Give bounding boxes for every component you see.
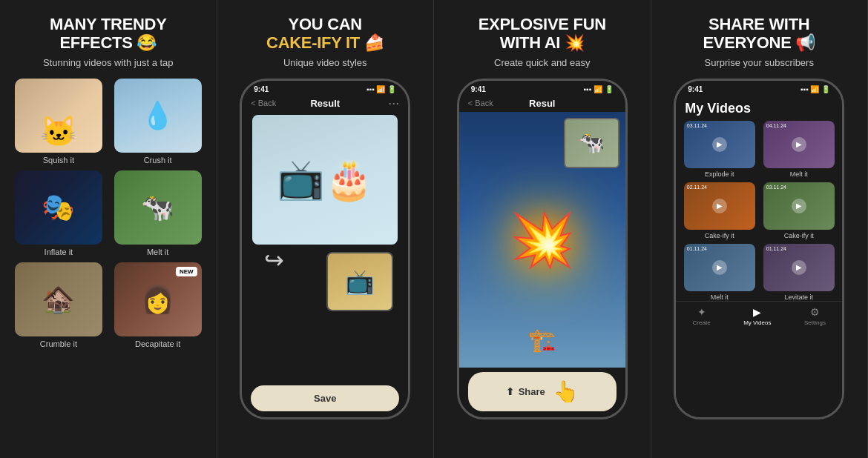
video-thumb-1: 04.11.24 ▶	[763, 121, 835, 168]
status-bar-4: 9:41 ▪▪▪ 📶 🔋	[676, 81, 842, 95]
video-date-1: 04.11.24	[766, 123, 786, 128]
cake-arrow: ↪	[264, 246, 284, 274]
hand-cursor-icon: 👆	[553, 379, 579, 404]
effect-inflate-thumb	[15, 170, 102, 245]
video-cell-2[interactable]: 02.11.24 ▶ Cake-ify it	[682, 182, 757, 239]
settings-icon: ⚙	[810, 306, 820, 318]
effect-decapitate-thumb: NEW	[114, 262, 202, 336]
play-btn-4[interactable]: ▶	[712, 260, 727, 275]
effect-decapitate-label: Decapitate it	[135, 339, 180, 348]
panel2-subtitle: Unique video styles	[283, 57, 367, 68]
tab-settings-label: Settings	[804, 319, 826, 326]
tab-create[interactable]: ✦ Create	[693, 306, 711, 326]
play-btn-2[interactable]: ▶	[712, 199, 727, 213]
phone-mockup-4: 9:41 ▪▪▪ 📶 🔋 My Videos 03.11.24 ▶ Explod…	[674, 79, 844, 419]
status-bar-3: 9:41 ▪▪▪ 📶 🔋	[459, 81, 625, 95]
video-cell-4[interactable]: 01.11.24 ▶ Melt it	[682, 244, 757, 301]
video-thumb-3: 03.11.24 ▶	[763, 182, 835, 230]
video-cell-1[interactable]: 04.11.24 ▶ Melt it	[761, 121, 836, 178]
panel4-title: SHARE WITHEVERYONE 📢	[703, 15, 815, 53]
video-thumb-0: 03.11.24 ▶	[684, 121, 755, 168]
cake-main-image: 📺🎂	[252, 115, 398, 245]
effect-melt[interactable]: Melt it	[111, 170, 205, 256]
status-bar-2: 9:41 ▪▪▪ 📶 🔋	[242, 81, 408, 95]
back-button-3[interactable]: < Back	[468, 99, 493, 107]
phone-screen-4: 9:41 ▪▪▪ 📶 🔋 My Videos 03.11.24 ▶ Explod…	[676, 81, 842, 417]
signals-2: ▪▪▪ 📶 🔋	[366, 85, 396, 93]
signals-3: ▪▪▪ 📶 🔋	[584, 85, 614, 93]
effect-squish[interactable]: Squish it	[12, 79, 105, 165]
panel1-emoji: 😂	[137, 33, 157, 52]
play-btn-5[interactable]: ▶	[792, 260, 806, 275]
time-4: 9:41	[688, 85, 703, 93]
play-btn-3[interactable]: ▶	[792, 199, 806, 213]
effect-crumble[interactable]: Crumble it	[12, 262, 105, 348]
more-button-2[interactable]: ···	[388, 96, 399, 111]
effect-crush[interactable]: Crush it	[111, 79, 205, 165]
panel4-subtitle: Surprise your subscribers	[705, 57, 814, 68]
video-date-2: 02.11.24	[687, 185, 707, 190]
video-date-5: 01.11.24	[766, 246, 786, 251]
effect-squish-thumb	[15, 79, 102, 153]
video-cell-3[interactable]: 03.11.24 ▶ Cake-ify it	[761, 182, 836, 239]
effect-crumble-label: Crumble it	[40, 339, 77, 348]
panel2-title: YOU CANCAKE-IFY IT 🍰	[266, 15, 384, 53]
structure-emoji: 🏗️	[528, 327, 556, 353]
phone-content-2: 📺🎂 ↪ 📺	[242, 112, 408, 381]
effect-squish-label: Squish it	[43, 156, 74, 165]
tab-my-videos[interactable]: ▶ My Videos	[743, 306, 771, 326]
video-date-0: 03.11.24	[687, 123, 707, 128]
video-label-0: Explode it	[705, 170, 734, 178]
video-label-2: Cake-ify it	[705, 232, 734, 239]
effects-grid: Squish it Crush it Inflate it Melt it Cr…	[12, 79, 205, 348]
effect-melt-label: Melt it	[147, 248, 168, 256]
video-label-3: Cake-ify it	[784, 232, 814, 239]
bottom-tabs: ✦ Create ▶ My Videos ⚙ Settings	[676, 301, 842, 329]
video-cell-5[interactable]: 01.11.24 ▶ Levitate it	[761, 244, 836, 301]
play-btn-0[interactable]: ▶	[712, 137, 727, 152]
video-label-5: Levitate it	[784, 293, 813, 301]
effect-decapitate[interactable]: NEW Decapitate it	[111, 262, 205, 348]
signals-4: ▪▪▪ 📶 🔋	[800, 85, 830, 93]
video-thumb-5: 01.11.24 ▶	[763, 244, 835, 291]
panel-cakeify: YOU CANCAKE-IFY IT 🍰 Unique video styles…	[217, 0, 435, 458]
back-button-2[interactable]: < Back	[251, 99, 276, 107]
tab-create-label: Create	[693, 319, 711, 326]
tab-settings[interactable]: ⚙ Settings	[804, 306, 826, 326]
video-date-4: 01.11.24	[687, 246, 707, 251]
time-3: 9:41	[471, 85, 486, 93]
my-videos-title: My Videos	[676, 95, 760, 121]
time-2: 9:41	[254, 85, 269, 93]
video-label-4: Melt it	[711, 293, 729, 301]
cake-small-image: 📺	[326, 252, 393, 311]
panel1-title: MANY TRENDYEFFECTS 😂	[50, 15, 167, 53]
tab-my-videos-label: My Videos	[743, 319, 771, 326]
video-date-3: 03.11.24	[766, 185, 786, 190]
panel3-subtitle: Create quick and easy	[494, 57, 590, 68]
video-thumb-2: 02.11.24 ▶	[684, 182, 755, 230]
phone-content-3: 🐄 💥 🏗️	[459, 112, 625, 368]
effect-inflate-label: Inflate it	[45, 248, 73, 256]
effect-melt-thumb	[114, 170, 202, 245]
effect-inflate[interactable]: Inflate it	[12, 170, 105, 256]
create-icon: ✦	[697, 306, 706, 318]
panel-explosive: EXPLOSIVE FUNWITH AI 💥 Create quick and …	[434, 0, 651, 458]
cow-overlay: 🐄	[564, 118, 619, 168]
phone-mockup-2: 9:41 ▪▪▪ 📶 🔋 < Back Result ··· 📺🎂 ↪ 📺	[240, 79, 410, 419]
video-cell-0[interactable]: 03.11.24 ▶ Explode it	[682, 121, 757, 178]
save-button-2[interactable]: Save	[251, 385, 399, 411]
panel-share: SHARE WITHEVERYONE 📢 Surprise your subsc…	[651, 0, 869, 458]
effect-crush-thumb	[114, 79, 202, 153]
effect-crush-label: Crush it	[144, 156, 172, 165]
phone-mockup-3: 9:41 ▪▪▪ 📶 🔋 < Back Resul 🐄 💥 🏗️ ⬆ Share	[457, 79, 628, 419]
share-icon-3: ⬆	[506, 386, 514, 397]
panel3-title: EXPLOSIVE FUNWITH AI 💥	[479, 15, 606, 53]
my-videos-icon: ▶	[753, 306, 761, 318]
play-btn-1[interactable]: ▶	[792, 137, 806, 152]
phone-nav-3: < Back Resul	[459, 95, 625, 112]
video-thumb-4: 01.11.24 ▶	[684, 244, 755, 291]
panel-trendy-effects: MANY TRENDYEFFECTS 😂 Stunning videos wit…	[0, 0, 217, 458]
videos-grid: 03.11.24 ▶ Explode it 04.11.24 ▶ Melt it…	[676, 121, 842, 301]
share-button-3[interactable]: ⬆ Share 👆	[468, 372, 617, 411]
phone-screen-3: 9:41 ▪▪▪ 📶 🔋 < Back Resul 🐄 💥 🏗️ ⬆ Share	[459, 81, 625, 417]
